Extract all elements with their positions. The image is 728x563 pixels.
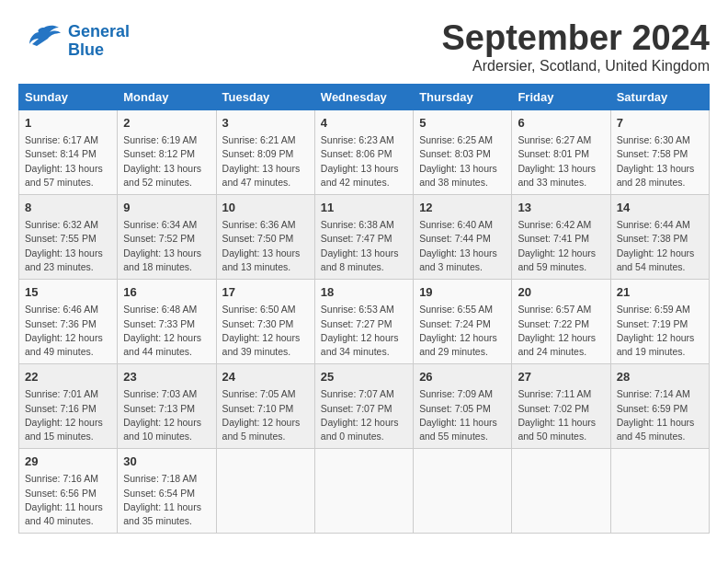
day-info: Sunrise: 7:16 AM Sunset: 6:56 PM Dayligh… — [25, 472, 111, 528]
day-number: 22 — [25, 369, 111, 385]
calendar-cell: 10Sunrise: 6:36 AM Sunset: 7:50 PM Dayli… — [216, 195, 314, 280]
day-number: 2 — [123, 115, 210, 132]
col-header-tuesday: Tuesday — [216, 85, 314, 110]
calendar-row: 22Sunrise: 7:01 AM Sunset: 7:16 PM Dayli… — [19, 364, 710, 449]
title-block: September 2024 Ardersier, Scotland, Unit… — [442, 18, 711, 75]
day-info: Sunrise: 6:23 AM Sunset: 8:06 PM Dayligh… — [321, 133, 407, 190]
day-info: Sunrise: 7:11 AM Sunset: 7:02 PM Dayligh… — [518, 387, 604, 443]
day-info: Sunrise: 6:40 AM Sunset: 7:44 PM Dayligh… — [419, 218, 506, 274]
day-number: 1 — [25, 115, 111, 132]
calendar-cell: 2Sunrise: 6:19 AM Sunset: 8:12 PM Daylig… — [118, 110, 216, 195]
calendar-cell: 29Sunrise: 7:16 AM Sunset: 6:56 PM Dayli… — [19, 449, 118, 534]
calendar-cell: 13Sunrise: 6:42 AM Sunset: 7:41 PM Dayli… — [512, 195, 610, 280]
calendar-cell: 5Sunrise: 6:25 AM Sunset: 8:03 PM Daylig… — [414, 110, 512, 195]
day-info: Sunrise: 6:38 AM Sunset: 7:47 PM Dayligh… — [321, 218, 407, 274]
calendar-row: 29Sunrise: 7:16 AM Sunset: 6:56 PM Dayli… — [19, 449, 710, 534]
calendar-cell: 21Sunrise: 6:59 AM Sunset: 7:19 PM Dayli… — [610, 280, 709, 364]
calendar-cell — [610, 449, 709, 534]
header-row: SundayMondayTuesdayWednesdayThursdayFrid… — [19, 85, 710, 110]
day-info: Sunrise: 6:36 AM Sunset: 7:50 PM Dayligh… — [222, 218, 309, 274]
day-number: 19 — [419, 284, 506, 301]
calendar-cell — [414, 449, 512, 534]
day-info: Sunrise: 6:57 AM Sunset: 7:22 PM Dayligh… — [518, 303, 604, 359]
day-number: 29 — [25, 454, 111, 470]
day-number: 15 — [25, 284, 111, 301]
logo: General Blue — [18, 18, 130, 64]
calendar-cell: 24Sunrise: 7:05 AM Sunset: 7:10 PM Dayli… — [216, 364, 314, 449]
day-number: 8 — [25, 200, 111, 216]
day-number: 9 — [123, 200, 210, 216]
day-info: Sunrise: 6:48 AM Sunset: 7:33 PM Dayligh… — [123, 303, 210, 359]
col-header-saturday: Saturday — [610, 85, 709, 110]
calendar-cell: 28Sunrise: 7:14 AM Sunset: 6:59 PM Dayli… — [610, 364, 709, 449]
day-number: 20 — [518, 284, 604, 301]
day-number: 6 — [518, 115, 604, 132]
calendar-cell: 20Sunrise: 6:57 AM Sunset: 7:22 PM Dayli… — [512, 280, 610, 364]
calendar-cell: 25Sunrise: 7:07 AM Sunset: 7:07 PM Dayli… — [314, 364, 413, 449]
col-header-wednesday: Wednesday — [314, 85, 413, 110]
calendar-table: SundayMondayTuesdayWednesdayThursdayFrid… — [18, 84, 710, 534]
day-info: Sunrise: 6:34 AM Sunset: 7:52 PM Dayligh… — [123, 218, 210, 274]
day-number: 25 — [321, 369, 407, 385]
day-number: 10 — [222, 200, 309, 216]
col-header-monday: Monday — [118, 85, 216, 110]
day-info: Sunrise: 7:14 AM Sunset: 6:59 PM Dayligh… — [617, 387, 703, 443]
day-number: 7 — [617, 115, 703, 132]
day-number: 21 — [617, 284, 703, 301]
calendar-cell: 1Sunrise: 6:17 AM Sunset: 8:14 PM Daylig… — [19, 110, 118, 195]
day-info: Sunrise: 6:25 AM Sunset: 8:03 PM Dayligh… — [419, 133, 506, 190]
day-info: Sunrise: 6:19 AM Sunset: 8:12 PM Dayligh… — [123, 133, 210, 190]
calendar-cell: 16Sunrise: 6:48 AM Sunset: 7:33 PM Dayli… — [118, 280, 216, 364]
calendar-cell: 9Sunrise: 6:34 AM Sunset: 7:52 PM Daylig… — [118, 195, 216, 280]
day-number: 27 — [518, 369, 604, 385]
day-info: Sunrise: 7:03 AM Sunset: 7:13 PM Dayligh… — [123, 387, 210, 443]
day-number: 16 — [123, 284, 210, 301]
day-info: Sunrise: 7:05 AM Sunset: 7:10 PM Dayligh… — [222, 387, 309, 443]
day-number: 24 — [222, 369, 309, 385]
calendar-cell — [216, 449, 314, 534]
day-number: 17 — [222, 284, 309, 301]
calendar-cell: 22Sunrise: 7:01 AM Sunset: 7:16 PM Dayli… — [19, 364, 118, 449]
day-info: Sunrise: 7:01 AM Sunset: 7:16 PM Dayligh… — [25, 387, 111, 443]
day-info: Sunrise: 6:53 AM Sunset: 7:27 PM Dayligh… — [321, 303, 407, 359]
day-info: Sunrise: 6:30 AM Sunset: 7:58 PM Dayligh… — [617, 133, 703, 190]
calendar-cell — [512, 449, 610, 534]
calendar-cell: 27Sunrise: 7:11 AM Sunset: 7:02 PM Dayli… — [512, 364, 610, 449]
logo-bird-icon — [18, 18, 64, 64]
calendar-row: 15Sunrise: 6:46 AM Sunset: 7:36 PM Dayli… — [19, 280, 710, 364]
day-info: Sunrise: 6:32 AM Sunset: 7:55 PM Dayligh… — [25, 218, 111, 274]
day-info: Sunrise: 7:18 AM Sunset: 6:54 PM Dayligh… — [123, 472, 210, 528]
day-info: Sunrise: 6:59 AM Sunset: 7:19 PM Dayligh… — [617, 303, 703, 359]
day-number: 12 — [419, 200, 506, 216]
calendar-cell: 23Sunrise: 7:03 AM Sunset: 7:13 PM Dayli… — [118, 364, 216, 449]
col-header-friday: Friday — [512, 85, 610, 110]
calendar-cell: 11Sunrise: 6:38 AM Sunset: 7:47 PM Dayli… — [314, 195, 413, 280]
calendar-cell: 12Sunrise: 6:40 AM Sunset: 7:44 PM Dayli… — [414, 195, 512, 280]
day-number: 26 — [419, 369, 506, 385]
col-header-sunday: Sunday — [19, 85, 118, 110]
day-number: 23 — [123, 369, 210, 385]
calendar-cell: 15Sunrise: 6:46 AM Sunset: 7:36 PM Dayli… — [19, 280, 118, 364]
calendar-cell: 14Sunrise: 6:44 AM Sunset: 7:38 PM Dayli… — [610, 195, 709, 280]
day-info: Sunrise: 6:44 AM Sunset: 7:38 PM Dayligh… — [617, 218, 703, 274]
day-number: 13 — [518, 200, 604, 216]
calendar-cell: 30Sunrise: 7:18 AM Sunset: 6:54 PM Dayli… — [118, 449, 216, 534]
day-info: Sunrise: 6:17 AM Sunset: 8:14 PM Dayligh… — [25, 133, 111, 190]
calendar-cell: 8Sunrise: 6:32 AM Sunset: 7:55 PM Daylig… — [19, 195, 118, 280]
calendar-cell: 17Sunrise: 6:50 AM Sunset: 7:30 PM Dayli… — [216, 280, 314, 364]
day-info: Sunrise: 7:09 AM Sunset: 7:05 PM Dayligh… — [419, 387, 506, 443]
calendar-cell — [314, 449, 413, 534]
day-info: Sunrise: 6:21 AM Sunset: 8:09 PM Dayligh… — [222, 133, 309, 190]
day-info: Sunrise: 6:50 AM Sunset: 7:30 PM Dayligh… — [222, 303, 309, 359]
logo-text: General Blue — [68, 23, 130, 60]
col-header-thursday: Thursday — [414, 85, 512, 110]
day-info: Sunrise: 6:46 AM Sunset: 7:36 PM Dayligh… — [25, 303, 111, 359]
day-number: 18 — [321, 284, 407, 301]
day-number: 30 — [123, 454, 210, 470]
day-number: 11 — [321, 200, 407, 216]
month-title: September 2024 — [442, 18, 711, 58]
logo-line2: Blue — [68, 40, 104, 59]
calendar-cell: 6Sunrise: 6:27 AM Sunset: 8:01 PM Daylig… — [512, 110, 610, 195]
calendar-cell: 3Sunrise: 6:21 AM Sunset: 8:09 PM Daylig… — [216, 110, 314, 195]
calendar-cell: 26Sunrise: 7:09 AM Sunset: 7:05 PM Dayli… — [414, 364, 512, 449]
